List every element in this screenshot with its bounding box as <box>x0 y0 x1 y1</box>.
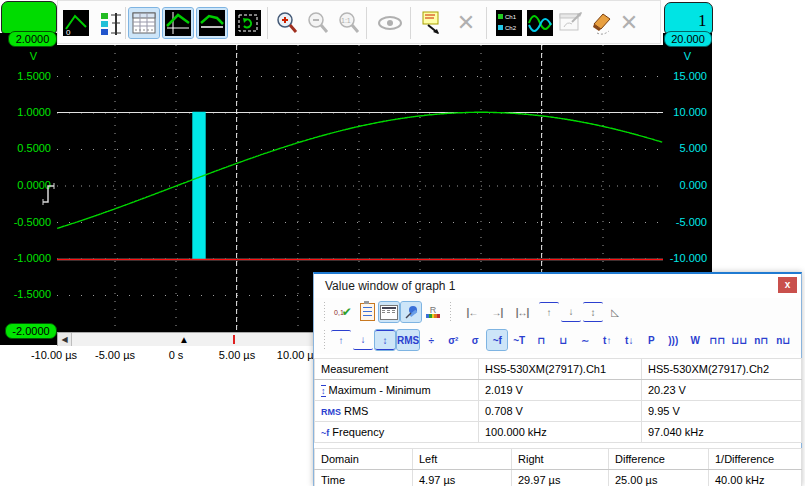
measure-maximum-icon[interactable]: ↑ <box>331 330 351 350</box>
left-axis-tick: 1.0000 <box>0 106 51 119</box>
object-tree-icon[interactable] <box>97 8 127 38</box>
measure-cycles-icon[interactable]: W <box>685 330 705 350</box>
goto-end-icon[interactable]: →| <box>487 302 507 322</box>
col-ch1: HS5-530XM(27917).Ch1 <box>479 359 642 380</box>
full-range-icon[interactable]: |↔| <box>512 302 532 322</box>
measure-count-neg-icon[interactable]: n⊔ <box>773 330 793 350</box>
slope-icon[interactable]: ◺ <box>605 302 625 322</box>
scroll-left-button[interactable]: ◀ <box>58 333 72 346</box>
measurement-table: Measurement HS5-530XM(27917).Ch1 HS5-530… <box>314 358 802 443</box>
measure-minimum-icon[interactable]: ↓ <box>353 330 373 350</box>
right-axis-tick: 15.000 <box>663 70 707 83</box>
table-row-rms: RMSRMS 0.708 V 9.95 V <box>315 401 802 422</box>
close-x-glyph: ✕ <box>620 10 638 36</box>
eraser-icon[interactable] <box>587 8 617 38</box>
measure-rms-icon[interactable]: RMS <box>397 330 419 350</box>
measure-rise-time-icon[interactable]: t↑ <box>597 330 617 350</box>
reveal-eye-icon[interactable] <box>375 8 405 38</box>
align-fit-icon[interactable]: ↕ <box>583 302 603 322</box>
ch1-color-swatch <box>498 14 503 19</box>
col-measurement: Measurement <box>315 359 479 380</box>
measure-power-icon[interactable]: P <box>641 330 661 350</box>
rms-ch2-value: 9.95 V <box>642 401 802 422</box>
cursor-position-marker[interactable] <box>233 335 235 344</box>
zoom-in-icon[interactable] <box>272 8 302 38</box>
align-top-icon[interactable]: ↑ <box>539 302 559 322</box>
left-axis-min-pill[interactable]: -2.0000 <box>5 323 57 339</box>
measure-max-min-icon[interactable]: ↕ <box>375 330 395 350</box>
trigger-level-icon[interactable] <box>41 182 57 208</box>
zoom-region-icon[interactable] <box>233 8 263 38</box>
toolbar-grip[interactable] <box>322 330 326 350</box>
toolbar-separator <box>410 7 411 39</box>
col-ch2: HS5-530XM(27917).Ch2 <box>642 359 802 380</box>
table-row-max-min: ↕Maximum - Minimum 2.019 V 20.23 V <box>315 380 802 401</box>
measure-stddev-icon[interactable]: σ <box>465 330 485 350</box>
left-axis-tick: -1.5000 <box>0 288 51 301</box>
toolbar-separator <box>486 7 487 39</box>
graph-settings-icon[interactable]: 0 <box>61 8 91 38</box>
close-button[interactable]: x <box>778 277 797 293</box>
left-axis-max-pill[interactable]: 2.0000 <box>8 31 57 47</box>
frequency-ch2-value: 97.040 kHz <box>642 422 802 443</box>
zoom-out-icon[interactable] <box>303 8 333 38</box>
close-graph-icon[interactable]: ✕ <box>614 8 644 38</box>
right-axis-max-pill[interactable]: 20.000 <box>664 31 712 47</box>
measure-duty-pos-icon[interactable]: ⊓ <box>531 330 551 350</box>
cursor-inverse-difference-value: 40.00 kHz <box>709 470 802 486</box>
goto-start-icon[interactable]: |← <box>462 302 482 322</box>
export-window-icon[interactable] <box>556 8 586 38</box>
show-values-icon[interactable]: 0,1 ✔ <box>331 302 355 322</box>
toolbar-grip[interactable] <box>322 302 326 322</box>
measure-acoustic-icon[interactable]: ))) <box>663 330 683 350</box>
legend-icon[interactable]: Ch1 Ch2 <box>494 8 524 38</box>
cursor-difference-value: 25.00 µs <box>609 470 709 486</box>
pin-window-icon[interactable] <box>401 302 421 322</box>
measure-duty-neg-icon[interactable]: ⊔ <box>553 330 573 350</box>
measure-pulses-pos-icon[interactable]: ⊓⊓ <box>707 330 727 350</box>
measure-count-pos-icon[interactable]: n⊓ <box>751 330 771 350</box>
value-window-toolbar-row2: ↑ ↓ ↕ RMS ÷ σ² σ ~f ~T ⊓ ⊔ ∼ t↑ t↓ P )))… <box>314 326 801 354</box>
right-axis-tick: 0.000 <box>663 179 707 192</box>
cursor-left-value: 4.97 µs <box>413 470 512 486</box>
analyze-view-icon[interactable] <box>197 8 227 38</box>
copy-clipboard-icon[interactable] <box>357 302 377 322</box>
measure-variance-icon[interactable]: σ² <box>443 330 463 350</box>
table-view-icon[interactable] <box>129 8 159 38</box>
max-min-ch2-value: 20.23 V <box>642 380 802 401</box>
measure-period-icon[interactable]: ~T <box>509 330 529 350</box>
graph-view-icon[interactable] <box>163 8 193 38</box>
measure-sine-icon[interactable]: ∼ <box>575 330 595 350</box>
graph-number-label: 1 <box>698 11 707 31</box>
comment-icon[interactable] <box>419 8 449 38</box>
table-row-frequency: ~fFrequency 100.000 kHz 97.040 kHz <box>315 422 802 443</box>
legend-ch2-label: Ch2 <box>505 25 516 31</box>
toolbar-grip[interactable] <box>448 302 452 322</box>
measure-fall-time-icon[interactable]: t↓ <box>619 330 639 350</box>
zoom-reset-icon[interactable]: 1:1 <box>334 8 364 38</box>
domain-table: Domain Left Right Difference 1/Differenc… <box>314 448 802 486</box>
right-axis-tick: -10.000 <box>663 252 707 265</box>
ch2-color-swatch <box>498 25 503 30</box>
toolbar-separator <box>125 7 126 39</box>
disabled-x-glyph: ✕ <box>457 10 475 36</box>
right-axis-tick: 5.000 <box>663 142 707 155</box>
right-axis-unit: V <box>663 50 691 63</box>
channel1-header-box[interactable] <box>1 1 57 34</box>
frequency-ch1-value: 100.000 kHz <box>479 422 642 443</box>
measure-frequency-icon[interactable]: ~f <box>487 330 507 350</box>
value-window-toolbar-row1: 0,1 ✔ R |← →| |↔| ↑ ↓ ↕ ◺ <box>314 298 801 326</box>
trigger-position-marker[interactable]: ▲ <box>179 334 189 346</box>
rms-icon: RMS <box>321 407 341 417</box>
value-window-titlebar[interactable]: Value window of graph 1 x <box>314 274 801 298</box>
measure-pulses-neg-icon[interactable]: ⊔⊔ <box>729 330 749 350</box>
table-mode-icon[interactable] <box>379 302 399 322</box>
waveform-colors-icon[interactable] <box>525 8 555 38</box>
delete-comment-icon[interactable]: ✕ <box>451 8 481 38</box>
zoom-reset-label: 1:1 <box>341 17 351 24</box>
left-axis-tick: 1.5000 <box>0 70 51 83</box>
align-bottom-icon[interactable]: ↓ <box>561 302 581 322</box>
value-window-dialog: Value window of graph 1 x 0,1 ✔ R |← <box>313 272 802 486</box>
measure-mean-icon[interactable]: ÷ <box>421 330 441 350</box>
resistance-icon[interactable]: R <box>423 302 443 322</box>
